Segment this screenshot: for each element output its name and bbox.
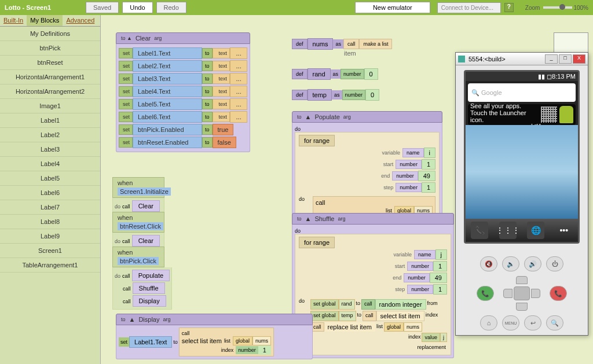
help-icon[interactable]: ? (504, 3, 514, 12)
block-def-nums[interactable]: defnumsascallmake a list (292, 38, 392, 50)
close-button[interactable]: X (573, 54, 585, 64)
emulator-window[interactable]: 5554:<build> _ □ X ▮▮ ◻ 8:13 PM 🔍 Google… (455, 52, 588, 336)
definition-item[interactable]: Label4 (0, 157, 100, 171)
browser-icon[interactable]: 🌐 (527, 222, 544, 239)
sidebar: Built-In My Blocks Advanced My Definitio… (0, 15, 101, 364)
definitions-list: My DefinitionsbtnPickbtnResetHorizontalA… (0, 27, 100, 364)
definition-item[interactable]: btnReset (0, 56, 100, 70)
definition-item[interactable]: Label9 (0, 229, 100, 244)
definition-item[interactable]: Label8 (0, 215, 100, 229)
dpad-up-icon[interactable] (516, 276, 528, 284)
emulator-titlebar[interactable]: 5554:<build> _ □ X (456, 53, 588, 65)
emulator-title: 5554:<build> (468, 56, 506, 62)
definition-item[interactable]: Label3 (0, 142, 100, 157)
android-icon (559, 106, 573, 123)
phone-search-bar[interactable]: 🔍 Google (468, 83, 576, 102)
minimize-button[interactable]: _ (545, 54, 558, 64)
definition-item[interactable]: Label5 (0, 171, 100, 186)
block-shuffle-proc[interactable]: to ▲ Shuffle arg do for range variablena… (292, 213, 454, 358)
redo-button[interactable]: Redo (156, 2, 186, 13)
definition-item[interactable]: Label7 (0, 200, 100, 215)
dpad[interactable] (499, 276, 545, 311)
definition-item[interactable]: Label6 (0, 186, 100, 200)
zoom-percent: 100% (573, 5, 588, 11)
dpad-left-icon[interactable] (503, 289, 513, 298)
block-btnreset-click[interactable]: whenbtnReset.Click do call Clear (112, 212, 164, 249)
emulator-controls: 🔇 🔈 🔊 ⏻ 📞 📞 ⌂ MENU ↩ 🔍 (456, 248, 588, 339)
dpad-center-icon[interactable] (514, 286, 530, 300)
block-def-temp[interactable]: deftempasnumber0 (292, 89, 379, 101)
definition-item[interactable]: HorizontalArrangement1 (0, 70, 100, 84)
maximize-button[interactable]: □ (559, 54, 572, 64)
dpad-down-icon[interactable] (516, 303, 528, 311)
volume-max-icon[interactable]: 🔊 (524, 256, 541, 271)
zoom-label: Zoom (525, 5, 540, 11)
home-icon[interactable]: ⌂ (480, 315, 497, 330)
saved-button[interactable]: Saved (86, 2, 119, 13)
apps-icon[interactable]: ⋮⋮⋮ (499, 222, 517, 239)
phone-wallpaper (466, 125, 578, 219)
launcher-grid-icon (541, 106, 557, 123)
new-emulator-button[interactable]: New emulator (355, 2, 430, 13)
definition-item[interactable]: TableArrangement1 (0, 258, 100, 273)
block-screen1-initialize[interactable]: whenScreen1.Initialize do call Clear (112, 177, 164, 215)
phone-icon[interactable]: 📞 (471, 222, 488, 239)
definition-item[interactable]: Label1 (0, 113, 100, 128)
emulator-icon (458, 56, 465, 62)
undo-button[interactable]: Undo (122, 2, 152, 13)
block-display-proc[interactable]: to ▲ Display arg set Label1.Text to call… (116, 314, 313, 359)
more-icon[interactable]: ••• (555, 222, 573, 239)
block-btnpick-click[interactable]: whenbtnPick.Click do call Populatecall S… (112, 247, 172, 310)
block-def-nums-item: item (344, 50, 356, 57)
definition-item[interactable]: Label2 (0, 128, 100, 142)
definition-item[interactable]: My Definitions (0, 27, 100, 41)
definition-item[interactable]: HorizontalArrangement2 (0, 84, 100, 99)
volume-down-icon[interactable]: 🔇 (480, 256, 497, 271)
dpad-right-icon[interactable] (531, 289, 540, 298)
definition-item[interactable]: Image1 (0, 99, 100, 113)
block-clear-proc[interactable]: to ▲Cleararg setLabel1.Texttotext...setL… (116, 32, 250, 152)
phone-statusbar: ▮▮ ◻ 8:13 PM (466, 72, 578, 81)
search-icon: 🔍 (471, 89, 479, 97)
top-toolbar: Lotto - Screen1 Saved Undo Redo New emul… (0, 0, 593, 15)
definition-item[interactable]: btnPick (0, 41, 100, 56)
search-hw-icon[interactable]: 🔍 (546, 315, 563, 330)
tab-myblocks[interactable]: My Blocks (27, 15, 63, 26)
block-def-rand[interactable]: defrandasnumber0 (292, 68, 378, 80)
back-icon[interactable]: ↩ (524, 315, 541, 330)
phone-apps-hint[interactable]: See all your apps.Touch the Launcher ico… (468, 104, 576, 125)
menu-button[interactable]: MENU (502, 315, 519, 330)
app-title: Lotto - Screen1 (5, 4, 86, 11)
definition-item[interactable]: Screen1 (0, 244, 100, 258)
tab-advanced[interactable]: Advanced (63, 15, 98, 26)
zoom-slider[interactable] (543, 6, 572, 9)
volume-up-icon[interactable]: 🔈 (502, 256, 519, 271)
call-icon[interactable]: 📞 (477, 286, 494, 301)
power-icon[interactable]: ⏻ (546, 256, 563, 271)
hangup-icon[interactable]: 📞 (550, 286, 567, 301)
phone-screen[interactable]: ▮▮ ◻ 8:13 PM 🔍 Google See all your apps.… (464, 70, 580, 244)
sidebar-tabs: Built-In My Blocks Advanced (0, 15, 100, 27)
connect-device-select[interactable]: Connect to Device... (437, 2, 501, 13)
tab-builtin[interactable]: Built-In (0, 15, 27, 26)
phone-dock: 📞 ⋮⋮⋮ 🌐 ••• (466, 219, 578, 242)
